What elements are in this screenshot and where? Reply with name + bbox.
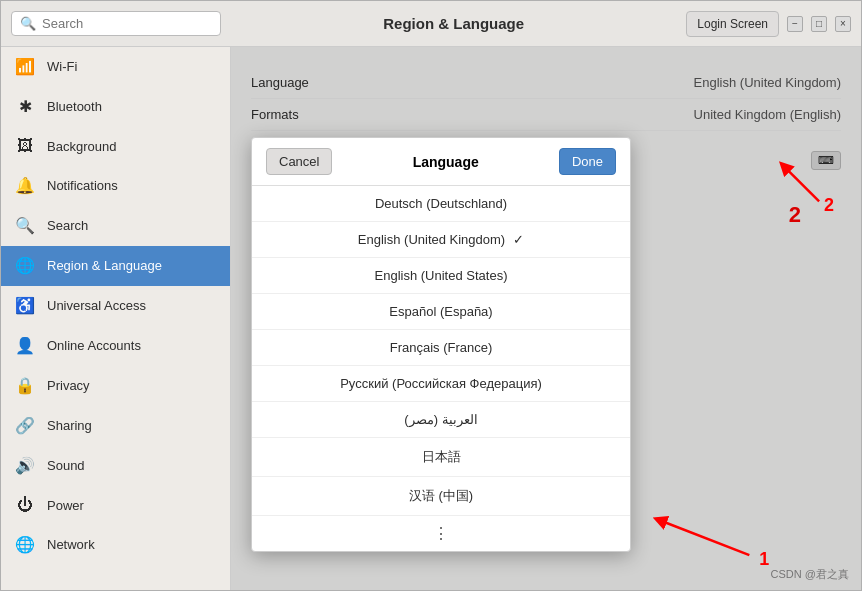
sidebar: 📶 Wi-Fi ✱ Bluetooth 🖼 Background 🔔 Notif… (1, 47, 231, 590)
language-label: 汉语 (中国) (409, 487, 473, 505)
sidebar-item-label: Universal Access (47, 298, 146, 313)
language-item-chinese[interactable]: 汉语 (中国) (252, 477, 630, 516)
language-item-francais[interactable]: Français (France) (252, 330, 630, 366)
notifications-icon: 🔔 (15, 176, 35, 195)
settings-window: 🔍 Region & Language Login Screen − □ × 📶… (0, 0, 862, 591)
dialog-title: Language (342, 154, 548, 170)
sidebar-item-power[interactable]: ⏻ Power (1, 486, 230, 525)
done-button[interactable]: Done (559, 148, 616, 175)
language-label: Deutsch (Deutschland) (375, 196, 507, 211)
search-icon: 🔍 (20, 16, 36, 31)
main-content: 📶 Wi-Fi ✱ Bluetooth 🖼 Background 🔔 Notif… (1, 47, 861, 590)
sidebar-item-label: Sharing (47, 418, 92, 433)
language-item-english-us[interactable]: English (United States) (252, 258, 630, 294)
online-accounts-icon: 👤 (15, 336, 35, 355)
sidebar-item-label: Bluetooth (47, 99, 102, 114)
sidebar-item-label: Online Accounts (47, 338, 141, 353)
language-label: Español (España) (389, 304, 492, 319)
sidebar-item-privacy[interactable]: 🔒 Privacy (1, 366, 230, 406)
language-item-english-uk[interactable]: English (United Kingdom) ✓ (252, 222, 630, 258)
sidebar-item-label: Region & Language (47, 258, 162, 273)
language-item-arabic[interactable]: العربية (مصر) (252, 402, 630, 438)
content-area: Language English (United Kingdom) Format… (231, 47, 861, 590)
sidebar-item-sound[interactable]: 🔊 Sound (1, 446, 230, 486)
sidebar-item-universal-access[interactable]: ♿ Universal Access (1, 286, 230, 326)
window-title: Region & Language (221, 15, 686, 32)
language-list: Deutsch (Deutschland) English (United Ki… (252, 186, 630, 516)
sidebar-item-bluetooth[interactable]: ✱ Bluetooth (1, 87, 230, 127)
sidebar-item-online-accounts[interactable]: 👤 Online Accounts (1, 326, 230, 366)
power-icon: ⏻ (15, 496, 35, 514)
more-languages-button[interactable]: ⋮ (252, 516, 630, 551)
sound-icon: 🔊 (15, 456, 35, 475)
sidebar-item-label: Sound (47, 458, 85, 473)
sidebar-item-network[interactable]: 🌐 Network (1, 525, 230, 565)
sidebar-item-label: Wi-Fi (47, 59, 77, 74)
close-button[interactable]: × (835, 16, 851, 32)
language-label: 日本語 (422, 448, 461, 466)
sidebar-item-search[interactable]: 🔍 Search (1, 206, 230, 246)
bluetooth-icon: ✱ (15, 97, 35, 116)
universal-access-icon: ♿ (15, 296, 35, 315)
selected-checkmark: ✓ (513, 232, 524, 247)
sidebar-item-sharing[interactable]: 🔗 Sharing (1, 406, 230, 446)
search-input[interactable] (42, 16, 212, 31)
sidebar-item-label: Search (47, 218, 88, 233)
sidebar-item-notifications[interactable]: 🔔 Notifications (1, 166, 230, 206)
language-label: Français (France) (390, 340, 493, 355)
language-item-russian[interactable]: Русский (Российская Федерация) (252, 366, 630, 402)
privacy-icon: 🔒 (15, 376, 35, 395)
language-item-espanol[interactable]: Español (España) (252, 294, 630, 330)
language-item-japanese[interactable]: 日本語 (252, 438, 630, 477)
dialog-header: Cancel Language Done (252, 138, 630, 186)
search-box[interactable]: 🔍 (11, 11, 221, 36)
sidebar-item-label: Privacy (47, 378, 90, 393)
language-item-deutsch[interactable]: Deutsch (Deutschland) (252, 186, 630, 222)
language-dialog: Cancel Language Done Deutsch (Deutschlan… (251, 137, 631, 552)
language-label: Русский (Российская Федерация) (340, 376, 542, 391)
dialog-overlay: Cancel Language Done Deutsch (Deutschlan… (231, 47, 861, 590)
network-icon: 🌐 (15, 535, 35, 554)
wifi-icon: 📶 (15, 57, 35, 76)
region-icon: 🌐 (15, 256, 35, 275)
background-icon: 🖼 (15, 137, 35, 155)
sidebar-item-label: Network (47, 537, 95, 552)
search-nav-icon: 🔍 (15, 216, 35, 235)
sidebar-item-wifi[interactable]: 📶 Wi-Fi (1, 47, 230, 87)
maximize-button[interactable]: □ (811, 16, 827, 32)
cancel-button[interactable]: Cancel (266, 148, 332, 175)
language-label: English (United States) (375, 268, 508, 283)
language-label: English (United Kingdom) (358, 232, 505, 247)
titlebar-controls: Login Screen − □ × (686, 11, 851, 37)
titlebar: 🔍 Region & Language Login Screen − □ × (1, 1, 861, 47)
sidebar-item-region-language[interactable]: 🌐 Region & Language (1, 246, 230, 286)
sharing-icon: 🔗 (15, 416, 35, 435)
sidebar-item-label: Notifications (47, 178, 118, 193)
login-screen-button[interactable]: Login Screen (686, 11, 779, 37)
minimize-button[interactable]: − (787, 16, 803, 32)
language-label: العربية (مصر) (404, 412, 477, 427)
sidebar-item-label: Power (47, 498, 84, 513)
sidebar-item-label: Background (47, 139, 116, 154)
sidebar-item-background[interactable]: 🖼 Background (1, 127, 230, 166)
